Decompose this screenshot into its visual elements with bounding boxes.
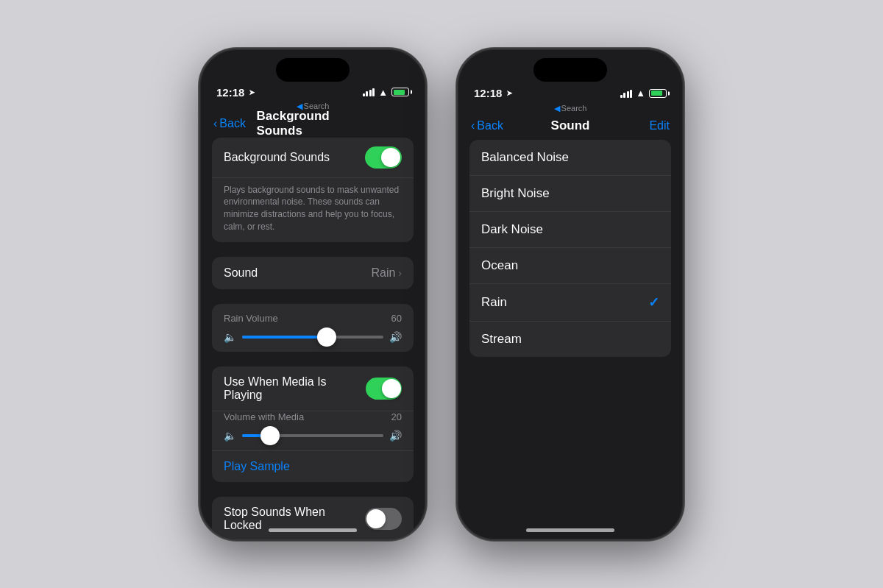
status-bar-2: 12:18 ➤ ▲ (458, 82, 683, 102)
home-indicator-2 (526, 528, 614, 532)
sound-item-ocean[interactable]: Ocean (469, 248, 671, 284)
sound-item-label-1: Bright Noise (481, 186, 550, 201)
sound-value: Rain › (371, 266, 402, 280)
rain-volume-thumb[interactable] (317, 327, 336, 347)
status-icons-2: ▲ (620, 88, 667, 99)
content-1: Background Sounds Plays background sound… (200, 138, 425, 539)
sound-item-label-4: Rain (481, 295, 507, 310)
sound-item-stream[interactable]: Stream (469, 322, 671, 357)
rain-volume-track[interactable] (242, 336, 383, 339)
location-icon-1: ➤ (249, 88, 255, 96)
search-label-2: Search (561, 104, 587, 113)
play-sample-button[interactable]: Play Sample (212, 450, 414, 482)
sound-item-bright-noise[interactable]: Bright Noise (469, 176, 671, 212)
sound-item-label-0: Balanced Noise (481, 150, 569, 165)
rain-volume-card: Rain Volume 60 🔈 🔊 (212, 304, 414, 352)
location-icon-2: ➤ (506, 89, 512, 97)
bg-sounds-thumb (381, 148, 400, 167)
volume-low-icon-2: 🔈 (224, 430, 236, 442)
media-volume-value: 20 (391, 411, 402, 422)
back-button-1[interactable]: ‹ Back (213, 117, 246, 130)
nav-title-1: Background Sounds (257, 109, 369, 138)
sound-item-rain[interactable]: Rain ✓ (469, 284, 671, 322)
back-label-1: Back (219, 117, 246, 130)
sound-item-balanced-noise[interactable]: Balanced Noise (469, 140, 671, 176)
back-label-2: Back (477, 119, 503, 132)
signal-bars-2 (620, 89, 633, 98)
volume-low-icon-1: 🔈 (224, 331, 236, 343)
edit-button-2[interactable]: Edit (649, 119, 670, 132)
stop-when-locked-card: Stop Sounds When Locked When enabled, ba… (212, 497, 414, 539)
rain-volume-fill (242, 336, 327, 339)
signal-bar-3 (369, 90, 372, 96)
signal-bar-4 (372, 88, 375, 96)
media-volume-slider-section: Volume with Media 20 🔈 🔊 (212, 411, 414, 450)
signal-bar-7 (627, 91, 629, 98)
bg-sounds-label: Background Sounds (224, 151, 330, 164)
rain-volume-section: Rain Volume 60 🔈 🔊 (212, 304, 414, 352)
sound-list-section: Balanced Noise Bright Noise Dark Noise O… (469, 140, 671, 357)
home-indicator-1 (269, 528, 357, 532)
bg-sounds-desc: Plays background sounds to mask unwanted… (212, 178, 414, 242)
sound-list-card: Balanced Noise Bright Noise Dark Noise O… (469, 140, 671, 357)
media-volume-track[interactable] (242, 434, 383, 437)
wifi-icon-2: ▲ (636, 88, 645, 99)
signal-bar-2 (366, 91, 368, 96)
sound-checkmark-rain: ✓ (648, 294, 659, 311)
media-toggle[interactable] (366, 378, 402, 400)
stop-when-locked-toggle[interactable] (365, 508, 402, 530)
bg-sounds-row: Background Sounds (212, 138, 414, 178)
bg-sounds-card: Background Sounds Plays background sound… (212, 138, 414, 242)
back-chevron-2: ‹ (471, 119, 475, 132)
sound-item-label-5: Stream (481, 332, 522, 347)
battery-2 (649, 89, 667, 98)
time-label-1: 12:18 (216, 86, 244, 99)
sound-item-dark-noise[interactable]: Dark Noise (469, 212, 671, 248)
bg-sounds-section: Background Sounds Plays background sound… (212, 138, 414, 242)
dynamic-island-1 (276, 58, 350, 82)
signal-bars-1 (363, 88, 375, 96)
phone-1: 12:18 ➤ ▲ (199, 48, 427, 541)
back-chevron-1: ‹ (213, 117, 217, 130)
media-row: Use When Media Is Playing (212, 366, 414, 411)
status-bar-1: 12:18 ➤ ▲ (200, 82, 425, 100)
sound-section: Sound Rain › (212, 257, 414, 289)
sound-chevron: › (398, 267, 402, 279)
dynamic-island-2 (533, 58, 607, 82)
phone-2: 12:18 ➤ ▲ (456, 48, 684, 541)
media-volume-thumb[interactable] (260, 426, 280, 445)
sound-item-label-2: Dark Noise (481, 222, 543, 237)
play-sample-label: Play Sample (224, 460, 290, 472)
search-hint-2: ◀ Search (458, 102, 683, 113)
signal-bar-6 (623, 93, 625, 98)
volume-high-icon-1: 🔊 (389, 331, 402, 343)
bg-sounds-toggle[interactable] (365, 146, 402, 169)
rain-volume-header: Rain Volume 60 (224, 313, 402, 324)
sound-current-value: Rain (371, 266, 395, 280)
media-volume-track-container: 🔈 🔊 (224, 430, 402, 442)
rain-volume-label: Rain Volume (224, 313, 278, 324)
media-card: Use When Media Is Playing Volume with Me… (212, 366, 414, 482)
rain-volume-track-container: 🔈 🔊 (224, 331, 402, 343)
sound-card: Sound Rain › (212, 257, 414, 289)
rain-volume-slider-section: Rain Volume 60 🔈 🔊 (212, 304, 414, 352)
content-2: Balanced Noise Bright Noise Dark Noise O… (458, 140, 683, 372)
status-time-2: 12:18 ➤ (474, 87, 512, 99)
media-volume-header: Volume with Media 20 (224, 411, 402, 422)
sound-item-label-3: Ocean (481, 258, 518, 273)
time-label-2: 12:18 (474, 87, 502, 99)
rain-volume-value: 60 (391, 313, 402, 324)
back-button-2[interactable]: ‹ Back (471, 119, 503, 132)
sound-label: Sound (224, 266, 258, 280)
media-section: Use When Media Is Playing Volume with Me… (212, 366, 414, 482)
stop-when-locked-thumb (366, 509, 386, 528)
volume-high-icon-2: 🔊 (389, 430, 402, 442)
nav-bar-2: ‹ Back Sound Edit (458, 113, 683, 140)
nav-bar-1: ‹ Back Background Sounds (200, 111, 425, 138)
status-icons-1: ▲ (363, 87, 409, 98)
stop-when-locked-row: Stop Sounds When Locked (212, 497, 414, 539)
sound-row[interactable]: Sound Rain › (212, 257, 414, 289)
media-label: Use When Media Is Playing (224, 375, 366, 402)
stop-when-locked-section: Stop Sounds When Locked When enabled, ba… (212, 497, 414, 539)
battery-1 (391, 88, 409, 96)
